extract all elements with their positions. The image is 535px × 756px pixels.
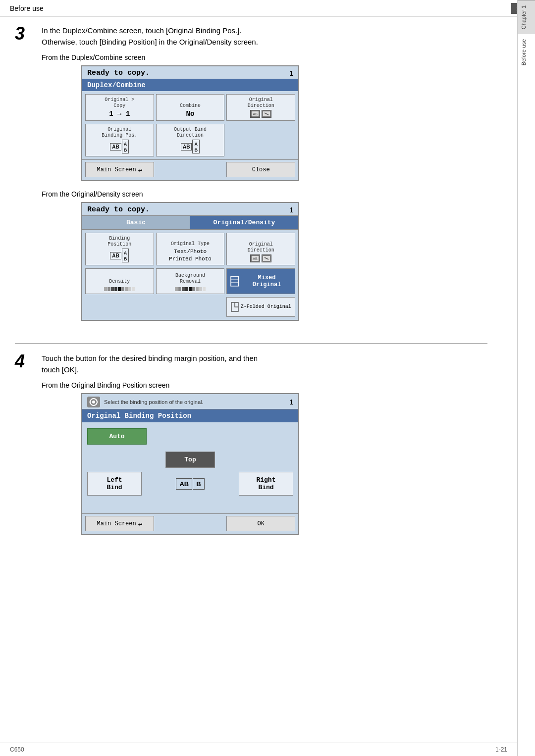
duplex-cell5-ab: AB A B: [181, 140, 200, 153]
density-cell2-value: Text/PhotoPrinted Photo: [169, 248, 212, 262]
right-bind-btn[interactable]: Right Bind: [239, 472, 293, 496]
bottom-right-label: 1-21: [495, 746, 507, 753]
auto-btn[interactable]: Auto: [87, 428, 147, 445]
tab-basic[interactable]: Basic: [82, 216, 190, 229]
density-bar: [104, 287, 135, 291]
binding-section-title: Original Binding Position: [82, 409, 298, 422]
main-screen-arrow: ↵: [138, 165, 142, 174]
before-use-tab: Before use: [518, 34, 535, 70]
duplex-middle-btn: [156, 162, 225, 177]
main-content: 3 In the Duplex/Combine screen, touch [O…: [0, 16, 517, 559]
duplex-cell-direction[interactable]: OriginalDirection AB: [226, 94, 295, 121]
auto-row: Auto: [87, 428, 293, 445]
step3-content: In the Duplex/Combine screen, touch [Ori…: [42, 25, 487, 330]
duplex-cell-bindingpos[interactable]: OriginalBinding Pos. AB A B: [85, 124, 154, 156]
step4-section: 4 Touch the button for the desired bindi…: [15, 353, 487, 535]
duplex-cell-empty: [226, 124, 295, 156]
top-bar: Before use 1: [0, 0, 535, 16]
step4-content: Touch the button for the desired binding…: [42, 353, 487, 535]
density-cell-bgremoval[interactable]: BackgroundRemoval: [156, 268, 225, 294]
duplex-cell3-label: OriginalDirection: [248, 97, 274, 109]
top-row: Top: [87, 452, 293, 468]
binding-screen: Select the binding position of the origi…: [81, 393, 299, 535]
density-cell-mixed[interactable]: Mixed Original: [226, 268, 295, 294]
step4-number: 4: [15, 351, 33, 372]
step3-section: 3 In the Duplex/Combine screen, touch [O…: [15, 25, 487, 330]
duplex-cell2-label: Combine: [180, 103, 201, 109]
density-screen-header: Ready to copy. 1: [82, 203, 298, 216]
density-cell-zfolded[interactable]: Z-Folded Original: [226, 297, 295, 317]
bg-removal-bar: [175, 287, 206, 291]
duplex-cell2-value: No: [186, 110, 195, 118]
zfolded-content: Z-Folded Original: [231, 302, 291, 312]
density-cell1-label: BindingPosition: [107, 236, 131, 248]
step4-screen-label: From the Original Binding Position scree…: [42, 381, 487, 389]
duplex-screen-header: Ready to copy. 1: [82, 66, 298, 79]
svg-text:AB: AB: [253, 256, 258, 261]
binding-header-left: Select the binding position of the origi…: [87, 397, 204, 407]
density-cell1-ab: AB A B: [110, 249, 129, 262]
duplex-footer: Main Screen ↵ Close: [82, 159, 298, 180]
binding-middle-btn: [156, 516, 225, 531]
density-cell-empty1: [85, 297, 154, 317]
top-btn[interactable]: Top: [165, 452, 215, 468]
direction-icon: AB: [250, 110, 271, 118]
density-cell5-label: BackgroundRemoval: [175, 273, 205, 285]
density-tabs: Basic Original/Density: [82, 216, 298, 230]
density-grid-row2: Density: [82, 268, 298, 297]
binding-footer: Main Screen ↵ OK: [82, 513, 298, 534]
duplex-page-num: 1: [289, 69, 293, 77]
duplex-cell1-value: 1 → 1: [109, 110, 130, 118]
bottom-left-label: C650: [10, 746, 24, 753]
duplex-grid-row1: Original >Copy 1 → 1 Combine No Original…: [82, 91, 298, 124]
density-cell2-label: Original Type: [171, 241, 210, 247]
duplex-cell5-label: Output BindDirection: [174, 127, 207, 139]
density-cell-direction[interactable]: OriginalDirection AB: [226, 233, 295, 265]
screen2-label: From the Original/Density screen: [42, 190, 487, 198]
duplex-section-title: Duplex/Combine: [82, 79, 298, 91]
binding-ok-btn[interactable]: OK: [226, 516, 295, 531]
bind-main-row: Left Bind AB B Right Bind: [87, 472, 293, 496]
density-grid-row1: BindingPosition AB A B Original Type Tex…: [82, 230, 298, 268]
binding-ab-icon: AB B: [176, 478, 204, 490]
density-direction-icon: AB: [250, 254, 271, 262]
step3-number: 3: [15, 23, 33, 44]
left-bind-btn[interactable]: Left Bind: [87, 472, 142, 496]
duplex-cell4-ab: AB A B: [110, 140, 129, 153]
density-page-num: 1: [289, 206, 293, 214]
binding-page-num: 1: [289, 398, 293, 406]
duplex-cell-original-copy[interactable]: Original >Copy 1 → 1: [85, 94, 154, 121]
svg-point-13: [92, 401, 95, 403]
duplex-close-btn[interactable]: Close: [226, 162, 295, 177]
density-cell3-label: OriginalDirection: [248, 242, 274, 253]
duplex-ready-text: Ready to copy.: [87, 69, 150, 77]
density-cell-empty2: [156, 297, 225, 317]
density-cell-density[interactable]: Density: [85, 268, 154, 294]
bind-spacer: [87, 500, 293, 507]
density-ready-text: Ready to copy.: [87, 205, 150, 214]
step3-text: In the Duplex/Combine screen, touch [Ori…: [42, 25, 487, 48]
density-cell-bindpos[interactable]: BindingPosition AB A B: [85, 233, 154, 265]
duplex-cell-outputbind[interactable]: Output BindDirection AB A B: [156, 124, 225, 156]
binding-main-screen-btn[interactable]: Main Screen ↵: [85, 516, 154, 531]
density-cell6-label: Mixed Original: [230, 274, 291, 288]
density-screen: Ready to copy. 1 Basic Original/Density …: [81, 202, 299, 321]
divider-1: [15, 344, 487, 344]
step4-text: Touch the button for the desired binding…: [42, 353, 487, 375]
binding-body: Auto Top Left Bind AB B Right Bind: [82, 422, 298, 513]
duplex-main-screen-btn[interactable]: Main Screen ↵: [85, 162, 154, 177]
density-cell4-label: Density: [109, 279, 130, 285]
chapter-tab: Chapter 1: [518, 0, 535, 34]
duplex-cell1-label: Original >Copy: [105, 97, 134, 109]
duplex-screen: Ready to copy. 1 Duplex/Combine Original…: [81, 65, 299, 181]
tab-original-density[interactable]: Original/Density: [190, 216, 298, 229]
binding-main-arrow: ↵: [138, 519, 142, 528]
right-sidebar: Chapter 1 Before use: [517, 0, 535, 756]
density-cell-origtype[interactable]: Original Type Text/PhotoPrinted Photo: [156, 233, 225, 265]
duplex-grid-row2: OriginalBinding Pos. AB A B Output BindD…: [82, 124, 298, 159]
duplex-cell-combine[interactable]: Combine No: [156, 94, 225, 121]
binding-header-text: Select the binding position of the origi…: [104, 399, 204, 405]
top-bar-label: Before use: [10, 4, 44, 12]
duplex-cell4-label: OriginalBinding Pos.: [102, 127, 137, 139]
svg-text:AB: AB: [253, 112, 258, 116]
